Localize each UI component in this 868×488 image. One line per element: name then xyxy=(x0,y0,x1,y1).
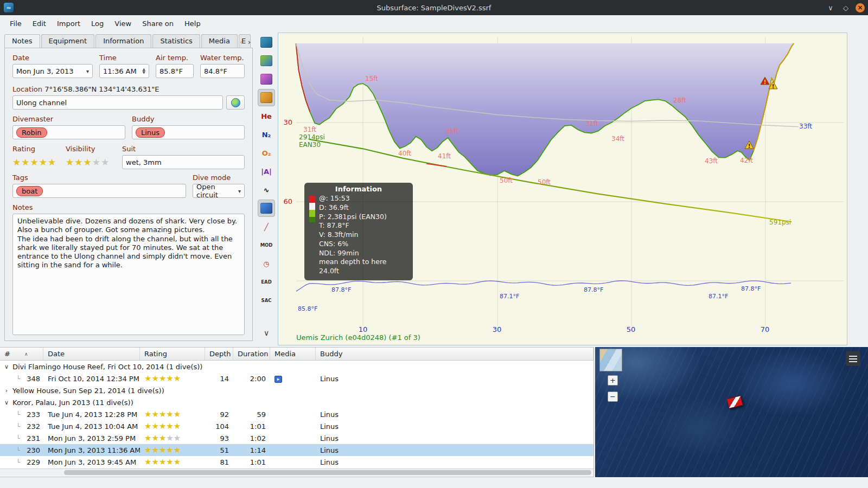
time-spinner[interactable]: 11:36 AM ▲▼ xyxy=(99,64,149,78)
dive-site-flag-marker[interactable] xyxy=(726,395,743,409)
ead-icon[interactable]: EAD xyxy=(258,273,275,291)
svg-text:50ft: 50ft xyxy=(500,177,513,184)
close-icon[interactable]: × xyxy=(856,3,865,12)
calculated-ceiling-icon[interactable] xyxy=(258,70,275,88)
dive-row[interactable]: └348Fri Oct 10, 2014 12:34 PM★★★★★142:00… xyxy=(0,373,593,384)
photos-icon-glyph xyxy=(260,92,272,103)
dive-row[interactable]: └232Tue Jun 4, 2013 10:04 AM★★★★★1041:01… xyxy=(0,420,593,432)
ruler-icon[interactable]: ╱ xyxy=(258,218,275,235)
heart-rate-icon[interactable]: ∿ xyxy=(258,181,275,198)
star-icon: ★ xyxy=(48,157,56,168)
menu-import[interactable]: Import xyxy=(52,17,86,30)
dive-buddy: Linus xyxy=(316,410,593,419)
column-header-num[interactable]: #∧ xyxy=(0,348,43,360)
menu-share-on[interactable]: Share on xyxy=(137,17,179,30)
dive-row[interactable]: └229Mon Jun 3, 2013 9:45 AM★★★★★811:01Li… xyxy=(0,456,593,468)
dive-duration: 1:01 xyxy=(233,458,270,466)
tab-scroll-left-icon[interactable]: ‹ xyxy=(238,37,245,47)
water-temp-field[interactable]: 84.8°F xyxy=(200,64,245,78)
expand-icon[interactable]: › xyxy=(3,387,10,394)
rating-stars[interactable]: ★★★★★ xyxy=(12,155,59,169)
trip-row[interactable]: ›Yellow House, Sun Sep 21, 2014 (1 dive(… xyxy=(0,384,593,396)
dive-row[interactable]: └233Tue Jun 4, 2013 12:28 PM★★★★★9259Lin… xyxy=(0,408,593,420)
star-icon: ★ xyxy=(84,157,92,168)
visibility-stars[interactable]: ★★★★★ xyxy=(66,155,116,169)
collapse-icon[interactable]: ∨ xyxy=(3,363,10,370)
column-header-depth[interactable]: Depth xyxy=(205,348,233,360)
dive-computer-icon[interactable] xyxy=(258,34,275,51)
tab-notes[interactable]: Notes xyxy=(4,34,40,48)
picture-icon[interactable] xyxy=(258,200,275,217)
dive-date: Mon Jun 3, 2013 2:59 PM xyxy=(43,434,140,442)
svg-text:87.8°F: 87.8°F xyxy=(584,286,603,293)
map-menu-button[interactable] xyxy=(846,351,860,366)
horizontal-scrollbar[interactable] xyxy=(0,468,593,476)
trip-row[interactable]: ∨Koror, Palau, Jun 2013 (11 dive(s)) xyxy=(0,396,593,408)
tree-connector-icon: └ xyxy=(16,447,20,454)
menu-view[interactable]: View xyxy=(109,17,137,30)
n2-partial-pressure-icon[interactable]: N₂ xyxy=(258,126,275,143)
menu-edit[interactable]: Edit xyxy=(27,17,52,30)
buddy-input[interactable]: Linus xyxy=(132,125,245,139)
tab-statistics[interactable]: Statistics xyxy=(152,34,200,48)
svg-text:41ft: 41ft xyxy=(438,152,451,160)
ruler-icon-glyph: ╱ xyxy=(264,223,269,231)
suit-input[interactable]: wet, 3mm xyxy=(122,155,245,169)
tab-equipment[interactable]: Equipment xyxy=(41,34,95,48)
dive-buddy: Linus xyxy=(316,446,593,454)
date-select[interactable]: Mon Jun 3, 2013 ▾ xyxy=(12,64,93,78)
dive-buddy: Linus xyxy=(316,458,593,466)
dive-row[interactable]: └230Mon Jun 3, 2013 11:36 AM★★★★★511:14L… xyxy=(0,444,593,456)
mod-icon[interactable]: MOD xyxy=(258,236,275,254)
minimize-icon[interactable]: ∨ xyxy=(825,2,836,13)
picture-icon-glyph xyxy=(260,203,272,214)
trip-row[interactable]: ∨Divi Flamingo House Reef, Fri Oct 10, 2… xyxy=(0,361,593,373)
tab-media[interactable]: Media xyxy=(201,34,238,48)
tag-chip[interactable]: boat xyxy=(16,186,43,196)
map-view[interactable]: + − xyxy=(595,347,868,477)
tags-input[interactable]: boat xyxy=(12,184,186,198)
ndl-icon-glyph: ◷ xyxy=(263,260,269,268)
zoom-out-button[interactable]: − xyxy=(608,391,618,402)
spinner-arrows-icon[interactable]: ▲▼ xyxy=(143,68,145,74)
dive-mode-select[interactable]: Open circuit ▾ xyxy=(193,184,245,198)
column-header-rating[interactable]: Rating xyxy=(140,348,205,360)
tab-scroll-right-icon[interactable]: › xyxy=(246,37,253,47)
svg-text:35ft: 35ft xyxy=(445,127,458,135)
ceiling-icon-glyph xyxy=(260,55,272,66)
ndl-icon[interactable]: ◷ xyxy=(258,255,275,272)
photos-icon[interactable] xyxy=(258,89,275,106)
column-header-media[interactable]: Media xyxy=(270,348,316,360)
column-header-buddy[interactable]: Buddy xyxy=(316,348,593,360)
dive-date: Mon Jun 3, 2013 9:45 AM xyxy=(43,458,140,466)
notes-textarea[interactable]: Unbelievable dive. Dozens and dozens of … xyxy=(12,214,245,335)
o2-partial-pressure-icon[interactable]: O₂ xyxy=(258,144,275,162)
divemaster-input[interactable]: Robin xyxy=(12,125,125,139)
tab-information[interactable]: Information xyxy=(95,34,151,48)
menu-file[interactable]: File xyxy=(4,17,27,30)
media-icon[interactable]: ▸ xyxy=(275,376,282,383)
star-icon: ★ xyxy=(144,374,151,383)
sac-icon[interactable]: SAC xyxy=(258,292,275,309)
buddy-chip[interactable]: Linus xyxy=(136,127,165,138)
column-header-date[interactable]: Date xyxy=(43,348,140,360)
zoom-in-button[interactable]: + xyxy=(608,375,618,386)
dive-profile-chart[interactable]: 30601030507015ft31ft2914psiEAN3040ft35ft… xyxy=(278,33,847,345)
divemaster-chip[interactable]: Robin xyxy=(16,127,47,138)
scrollbar-thumb[interactable] xyxy=(64,470,591,475)
maximize-icon[interactable]: ◇ xyxy=(840,2,851,13)
menu-log[interactable]: Log xyxy=(86,17,109,30)
toolbar-collapse-button[interactable]: ∨ xyxy=(258,324,275,342)
globe-button[interactable] xyxy=(226,95,245,110)
he-partial-pressure-icon[interactable]: He xyxy=(258,107,275,125)
location-input[interactable]: Ulong channel xyxy=(12,95,223,110)
menu-help[interactable]: Help xyxy=(179,17,206,30)
ceiling-icon[interactable] xyxy=(258,52,275,69)
air-icon[interactable]: |A| xyxy=(258,163,275,180)
map-overview-inset[interactable] xyxy=(599,349,622,371)
air-temp-field[interactable]: 85.8°F xyxy=(156,64,194,78)
column-header-duration[interactable]: Duration xyxy=(233,348,270,360)
n2-partial-pressure-icon-glyph: N₂ xyxy=(262,131,271,139)
dive-row[interactable]: └231Mon Jun 3, 2013 2:59 PM★★★★★931:02Li… xyxy=(0,432,593,444)
collapse-icon[interactable]: ∨ xyxy=(3,399,10,406)
